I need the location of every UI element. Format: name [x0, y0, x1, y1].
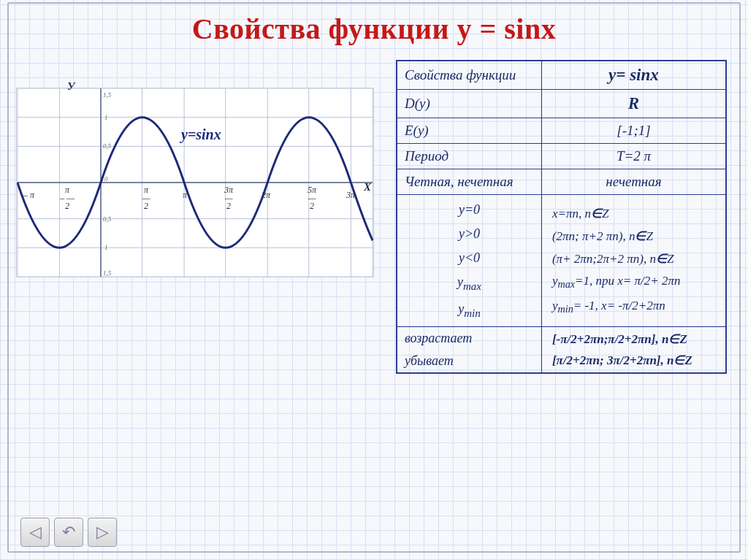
tick-neg-pi2: π– —2	[56, 186, 78, 210]
nav-forward-button[interactable]: ▷	[88, 518, 117, 547]
row-domain-key: D(y)	[397, 90, 541, 118]
row-range-val: [-1;1]	[541, 118, 726, 144]
zeros-k4: ymin	[405, 302, 534, 320]
nav-bar: ◁ ↶ ▷	[20, 518, 117, 547]
mono-v0: [-π/2+2πn;π/2+2πn], n∈Z	[552, 331, 718, 347]
svg-text:0: 0	[104, 175, 108, 183]
tick-5pi2: 5π—2	[302, 186, 321, 210]
nav-back-button[interactable]: ◁	[20, 518, 50, 547]
svg-text:1,5: 1,5	[103, 91, 112, 99]
svg-text:1: 1	[104, 244, 107, 251]
svg-text:0,5: 0,5	[103, 215, 112, 223]
zeros-k0: y=0	[405, 202, 534, 218]
row-monotone: возрастает убывает [-π/2+2πn;π/2+2πn], n…	[397, 327, 726, 374]
page-title: Свойства функции y = sinx	[0, 12, 748, 46]
row-range-key: E(y)	[397, 118, 541, 144]
mono-v1: [π/2+2πn; 3π/2+2πn], n∈Z	[552, 353, 718, 368]
mono-k1: убывает	[405, 353, 534, 369]
row-zeros-block: y=0 y>0 y<0 ymax ymin x=πn, n∈Z (2πn; π+…	[397, 195, 726, 327]
zeros-k3: ymax	[405, 275, 534, 293]
zeros-k1: y>0	[405, 226, 534, 242]
svg-text:1,5: 1,5	[103, 269, 112, 277]
svg-text:1: 1	[104, 114, 107, 121]
tick-neg-pi: – π	[23, 190, 34, 201]
zeros-v2: (π+ 2πn;2π+2 πn), n∈Z	[552, 251, 718, 266]
curve-label: y=sinx	[181, 126, 221, 143]
zeros-k2: y<0	[405, 250, 534, 266]
row-period-val: T=2 π	[541, 144, 726, 169]
axis-label-x: Х	[364, 181, 371, 193]
tick-pi2: π—2	[139, 186, 153, 210]
properties-table: Свойства функции y= sinx D(y) R E(y) [-1…	[396, 60, 727, 374]
table-header-left: Свойства функции	[397, 61, 541, 90]
tick-pi: π	[183, 190, 187, 201]
tick-2pi: 2π	[262, 190, 270, 201]
svg-text:0,5: 0,5	[103, 142, 112, 150]
zeros-v0: x=πn, n∈Z	[552, 206, 718, 221]
row-parity-key: Четная, нечетная	[397, 169, 541, 195]
axis-label-y: У	[67, 80, 75, 93]
row-period-key: Период	[397, 144, 541, 169]
zeros-v3: ymax=1, при x= π/2+ 2πn	[552, 274, 718, 291]
mono-k0: возрастает	[405, 331, 534, 346]
row-domain-val: R	[541, 90, 726, 118]
chart-svg: 1,5 1 0,5 0 0,5 1 1,5	[17, 88, 373, 277]
nav-undo-button[interactable]: ↶	[54, 518, 83, 547]
tick-3pi: 3π	[346, 190, 355, 201]
zeros-v4: ymin= -1, x= -π/2+2πn	[552, 299, 718, 315]
sine-chart: 1,5 1 0,5 0 0,5 1 1,5	[16, 88, 374, 277]
table-header-right: y= sinx	[541, 61, 726, 90]
row-parity-val: нечетная	[541, 169, 726, 195]
tick-3pi2: 3π—2	[219, 186, 238, 210]
zeros-v1: (2πn; π+2 πn), n∈Z	[552, 229, 718, 244]
